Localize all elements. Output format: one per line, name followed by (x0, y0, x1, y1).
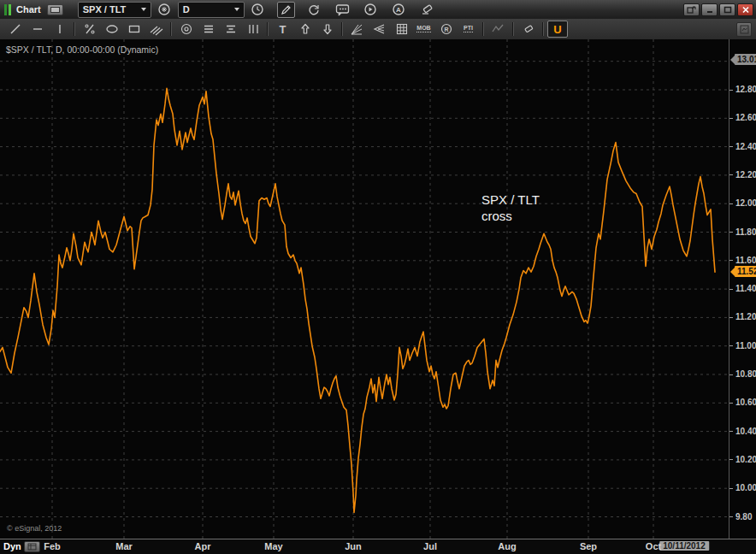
price-axis-tick (729, 488, 733, 489)
fib-timezones-tool-icon[interactable] (242, 21, 263, 38)
price-axis-tick (729, 289, 733, 290)
drawing-toolbar: T MOB R PTI U (0, 19, 756, 40)
time-template-icon[interactable] (24, 541, 40, 552)
price-axis-tick (729, 431, 733, 432)
price-axis-tick (729, 459, 733, 460)
eraser-icon[interactable] (418, 2, 436, 18)
price-axis-tick (729, 374, 733, 375)
price-axis-tick (729, 174, 733, 175)
speed-lines-tool-icon[interactable] (346, 21, 368, 38)
price-axis-label: 11.00 (735, 341, 756, 351)
horizontal-line-tool-icon[interactable] (27, 21, 48, 38)
close-button[interactable] (737, 3, 753, 16)
price-axis-label: 12.80 (735, 85, 756, 94)
time-interval-icon[interactable] (249, 2, 267, 18)
svg-text:R: R (444, 27, 448, 32)
grid-tool-icon[interactable] (391, 21, 412, 38)
toolbar-separator (512, 22, 514, 36)
chart-options-icon[interactable] (736, 22, 752, 37)
percent-slash-tool-icon[interactable] (79, 21, 100, 38)
trendline-tool-icon[interactable] (4, 21, 26, 38)
chevron-down-icon (234, 8, 239, 11)
time-axis-label: Oct (646, 541, 661, 551)
pencil-tool-icon[interactable] (277, 2, 295, 18)
chart-canvas[interactable]: $SPX / TLT, D, 00:00-00:00 (Dynamic) SPX… (0, 39, 756, 539)
price-axis-label: 12.60 (735, 113, 756, 122)
price-line[interactable] (0, 88, 715, 512)
price-axis-tick (729, 203, 733, 204)
price-axis-tick (729, 345, 733, 346)
text-tool-icon[interactable]: T (272, 21, 293, 38)
chart-annotation[interactable]: SPX / TLTcross (481, 192, 540, 224)
last-price-badge: 11.52 (735, 266, 756, 277)
arrow-down-tool-icon[interactable] (316, 21, 338, 38)
zigzag-tool-icon[interactable] (487, 21, 509, 38)
interval-dropdown[interactable]: D (178, 2, 245, 18)
toolbar-separator (267, 22, 269, 36)
window-controls (683, 3, 753, 16)
last-date-badge: 10/11/2012 (659, 541, 709, 551)
price-axis-tick (729, 90, 733, 91)
esignal-logo-icon (4, 4, 11, 15)
maximize-button[interactable] (719, 3, 735, 16)
price-axis-tick (729, 118, 733, 119)
symbol-dropdown[interactable]: SPX / TLT (78, 2, 151, 18)
price-axis-label: 11.40 (735, 284, 756, 293)
price-axis-label: 9.80 (735, 512, 752, 522)
time-axis-label: Jun (345, 541, 362, 551)
price-plot[interactable] (0, 39, 729, 539)
time-axis-label: May (264, 541, 282, 551)
price-axis-label: 12.20 (735, 170, 756, 180)
toolbar-separator (341, 22, 343, 36)
refresh-icon[interactable] (305, 2, 323, 18)
quote-bubble-icon[interactable] (334, 2, 351, 18)
time-axis-label: Jul (423, 541, 437, 551)
fib-extension-tool-icon[interactable] (220, 21, 241, 38)
price-axis[interactable]: 13.01 11.52 12.8012.6012.4012.2012.0011.… (729, 39, 756, 539)
price-axis-tick (729, 232, 733, 233)
gann-fan-tool-icon[interactable] (369, 21, 390, 38)
vertical-line-tool-icon[interactable] (49, 21, 70, 38)
toolbar-separator (170, 22, 172, 36)
interval-value: D (183, 4, 190, 15)
chevron-down-icon (141, 8, 146, 11)
pti-tool-icon[interactable]: PTI (458, 21, 479, 38)
svg-text:A: A (396, 6, 401, 14)
symbol-search-icon[interactable] (156, 2, 174, 18)
ellipse-tool-icon[interactable] (101, 21, 122, 38)
time-axis-label: Mar (115, 541, 133, 551)
toolbar-separator (482, 22, 484, 36)
auto-mode-icon[interactable]: A (390, 2, 408, 18)
annotation-line1: SPX / TLT (481, 192, 540, 207)
popout-window-button[interactable] (683, 3, 700, 16)
price-axis-tick (729, 146, 733, 147)
fib-retracement-tool-icon[interactable] (198, 21, 219, 38)
toolbar-separator (542, 22, 544, 36)
minimize-button[interactable] (701, 3, 718, 16)
arrow-up-tool-icon[interactable] (294, 21, 316, 38)
r-circle-tool-icon[interactable]: R (435, 21, 457, 38)
copyright-label: © eSignal, 2012 (7, 524, 62, 533)
play-icon[interactable] (362, 2, 380, 18)
fib-circles-tool-icon[interactable] (175, 21, 197, 38)
rectangle-tool-icon[interactable] (123, 21, 145, 38)
price-axis-label: 10.80 (735, 369, 756, 379)
parallel-lines-tool-icon[interactable] (145, 21, 167, 38)
symbol-value: SPX / TLT (83, 4, 127, 15)
price-axis-label: 11.60 (735, 256, 756, 265)
mob-label: MOB (416, 26, 430, 32)
price-axis-label: 12.00 (735, 198, 756, 208)
pti-label: PTI (464, 26, 473, 32)
price-axis-label: 11.80 (735, 227, 756, 237)
price-axis-label: 11.20 (735, 312, 756, 321)
price-axis-tick (729, 516, 733, 517)
u-tool-icon[interactable]: U (547, 21, 568, 38)
window-title: Chart (16, 4, 41, 15)
time-axis-label: Aug (498, 541, 516, 551)
mob-tool-icon[interactable]: MOB (413, 21, 434, 38)
chart-window: Chart SPX / TLT D (0, 0, 756, 554)
high-price-badge: 13.01 (735, 54, 756, 65)
small-eraser-tool-icon[interactable] (517, 21, 539, 38)
time-axis[interactable]: Dyn 10/11/2012 FebMarAprMayJunJulAugSepO… (0, 539, 756, 554)
screen-badge-icon (47, 4, 63, 15)
